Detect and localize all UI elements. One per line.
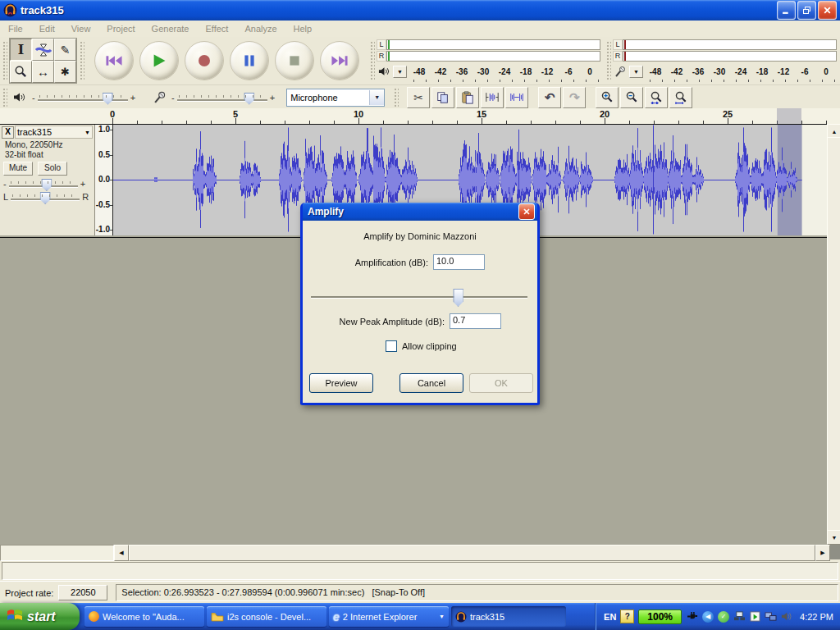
minimize-button[interactable] (777, 1, 796, 20)
selection-tool-button[interactable]: I (10, 39, 32, 61)
horizontal-scroll-thumb[interactable] (129, 545, 815, 561)
language-indicator[interactable]: EN (604, 612, 616, 622)
vertical-scroll-thumb[interactable] (827, 137, 840, 533)
menu-generate[interactable]: Generate (144, 24, 198, 34)
pause-button[interactable] (230, 41, 269, 80)
scroll-down-button[interactable]: ▼ (827, 530, 840, 545)
gain-thumb[interactable] (41, 179, 52, 191)
task-button-welcome-to-auda-[interactable]: Welcome to "Auda... (84, 606, 204, 627)
task-button-i2s-console-devel-[interactable]: i2s console - Devel... (207, 606, 326, 627)
power-plug-icon[interactable] (686, 610, 699, 623)
edit-undo-button[interactable]: ↶ (538, 87, 561, 108)
network-icon[interactable] (733, 610, 746, 623)
gain-slider[interactable]: - + (0, 176, 94, 189)
pan-slider[interactable]: L R (0, 189, 94, 203)
vertical-ruler[interactable]: 1.00.50.0-0.5-1.0 (95, 125, 113, 235)
vertical-scrollbar[interactable]: ▲ ▼ (827, 124, 840, 545)
battery-indicator[interactable]: 100% (638, 609, 682, 624)
cancel-button[interactable]: Cancel (399, 373, 463, 393)
multi-tool-button[interactable]: ✱ (54, 61, 76, 83)
edit-zoom-out-button[interactable] (620, 87, 643, 108)
menu-help[interactable]: Help (285, 24, 321, 34)
edit-toolbar-grip[interactable] (393, 87, 399, 107)
edit-copy-button[interactable] (431, 87, 454, 108)
ok-button[interactable]: OK (469, 373, 533, 393)
network-computers-icon[interactable] (764, 610, 777, 623)
task-button-track315[interactable]: track315 (451, 606, 566, 627)
amplify-close-button[interactable] (518, 203, 535, 220)
language-help-icon[interactable]: ? (620, 609, 634, 623)
edit-paste-button[interactable] (456, 87, 479, 108)
menu-file[interactable]: File (0, 24, 31, 34)
edit-zoom-in-button[interactable] (596, 87, 619, 108)
edit-redo-button[interactable]: ↷ (563, 87, 586, 108)
input-meter-grip[interactable] (605, 40, 611, 81)
record-button[interactable] (185, 41, 224, 80)
allow-clipping-checkbox[interactable] (386, 340, 397, 352)
meter-channel-label: R (613, 51, 623, 62)
project-rate-value[interactable]: 22050 (58, 585, 107, 600)
stop-button[interactable] (275, 41, 314, 80)
track-close-button[interactable]: X (2, 126, 14, 139)
close-button[interactable] (818, 1, 837, 20)
track-format: Mono, 22050Hz (0, 139, 94, 149)
chevron-down-icon[interactable]: ▼ (369, 90, 384, 105)
transport-toolbar-grip[interactable] (79, 40, 84, 81)
window-titlebar[interactable]: track315 (0, 0, 840, 21)
edit-trim-button[interactable] (481, 87, 504, 108)
allow-clipping-option[interactable]: Allow clipping (386, 340, 457, 352)
clock[interactable]: 4:22 PM (797, 612, 833, 622)
edit-cut-button[interactable]: ✂ (407, 87, 430, 108)
db-tick-label: -18 (751, 67, 773, 76)
pan-thumb[interactable] (40, 192, 51, 204)
zoom-tool-button[interactable] (10, 61, 32, 83)
output-volume-thumb[interactable] (103, 93, 113, 105)
envelope-tool-button[interactable] (32, 39, 54, 61)
mute-button[interactable]: Mute (3, 162, 33, 176)
amplify-dialog-titlebar[interactable]: Amplify (303, 203, 537, 221)
menu-edit[interactable]: Edit (31, 24, 63, 34)
input-meter-dropdown[interactable]: ▼ (629, 66, 643, 78)
input-source-select[interactable]: Microphone ▼ (286, 89, 385, 107)
amplification-slider[interactable] (311, 289, 527, 305)
solo-button[interactable]: Solo (38, 162, 67, 176)
input-db-ticks (650, 80, 837, 82)
mixer-toolbar-grip[interactable] (2, 87, 7, 107)
preview-button[interactable]: Preview (309, 373, 373, 393)
menu-view[interactable]: View (63, 24, 99, 34)
edit-silence-button[interactable] (505, 87, 528, 108)
input-volume-thumb[interactable] (244, 93, 254, 105)
output-meter-grip[interactable] (369, 40, 375, 81)
menu-analyze[interactable]: Analyze (236, 24, 285, 34)
timeshift-tool-button[interactable]: ↔ (32, 61, 54, 83)
play-button[interactable] (139, 41, 179, 80)
back-icon[interactable]: ◀ (701, 610, 714, 623)
tools-toolbar-grip[interactable] (2, 40, 7, 81)
new-peak-input[interactable]: 0.7 (450, 313, 501, 329)
input-volume-slider[interactable]: - + (171, 92, 275, 103)
scroll-right-button[interactable]: ▶ (815, 545, 830, 561)
volume-icon[interactable] (779, 610, 792, 623)
amplification-slider-thumb[interactable] (453, 289, 463, 307)
output-volume-slider[interactable]: - + (32, 92, 135, 103)
track-title-button[interactable]: track315 ▼ (15, 126, 93, 139)
edit-fit-selection-button[interactable] (645, 87, 668, 108)
amplification-input[interactable]: 10.0 (433, 254, 485, 270)
menu-project[interactable]: Project (98, 24, 143, 34)
timeline-ruler[interactable]: 0510152025 (0, 108, 840, 125)
update-check-icon[interactable]: ✓ (717, 610, 730, 623)
transport-toolbar (86, 41, 368, 80)
output-meter-dropdown[interactable]: ▼ (393, 66, 407, 78)
start-button[interactable]: start (0, 603, 80, 630)
task-button-2-internet-explorer[interactable]: e2 Internet Explorer▼ (329, 606, 449, 627)
start-label: start (27, 609, 56, 624)
rewind-button[interactable] (94, 41, 134, 80)
scroll-left-button[interactable]: ◀ (114, 545, 129, 561)
draw-tool-button[interactable]: ✎ (54, 39, 76, 61)
forward-button[interactable] (320, 41, 359, 80)
menu-effect[interactable]: Effect (197, 24, 236, 34)
restore-button[interactable] (797, 1, 816, 20)
media-window-icon[interactable] (748, 610, 761, 623)
edit-fit-project-button[interactable] (669, 87, 692, 108)
horizontal-scrollbar[interactable]: ◀ ▶ (0, 545, 840, 559)
